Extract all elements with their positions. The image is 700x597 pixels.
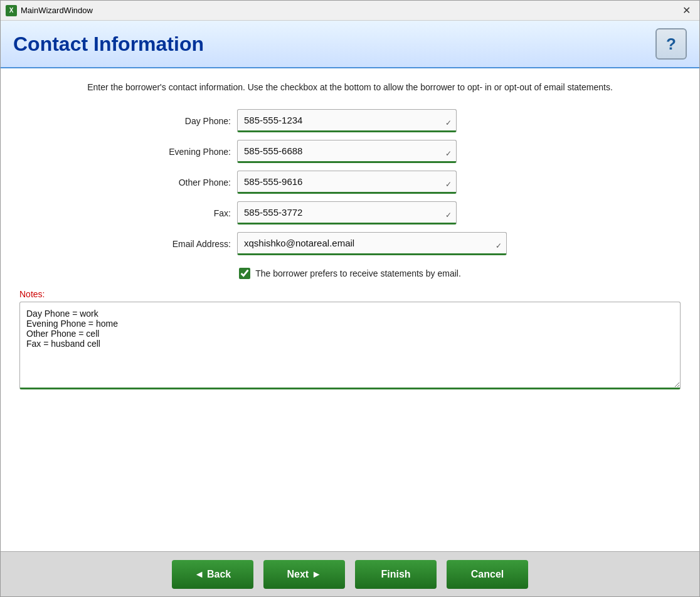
notes-section: Notes: Day Phone = work Evening Phone = … (19, 289, 681, 392)
checkbox-row: The borrower prefers to receive statemen… (239, 268, 461, 279)
page-title: Contact Information (13, 33, 204, 56)
form-area: Day Phone: ✓ Evening Phone: ✓ Other Phon… (19, 109, 681, 279)
fax-arrow-icon: ✓ (445, 211, 452, 219)
finish-button[interactable]: Finish (355, 560, 437, 589)
other-phone-row: Other Phone: ✓ (130, 171, 570, 194)
email-wrapper: ✓ (237, 232, 507, 255)
main-window: X MainWizardWindow ✕ Contact Information… (0, 0, 700, 597)
title-bar: X MainWizardWindow ✕ (1, 1, 699, 21)
back-label: ◄ Back (194, 569, 231, 580)
help-button[interactable]: ? (655, 28, 687, 60)
evening-phone-wrapper: ✓ (237, 140, 457, 163)
other-phone-input[interactable] (237, 171, 457, 194)
cancel-label: Cancel (471, 569, 504, 580)
notes-label: Notes: (19, 289, 681, 299)
day-phone-row: Day Phone: ✓ (130, 109, 570, 132)
help-icon: ? (666, 34, 676, 54)
description-text: Enter the borrower's contact information… (19, 81, 681, 94)
app-icon: X (6, 5, 17, 16)
notes-textarea[interactable]: Day Phone = work Evening Phone = home Ot… (19, 302, 681, 389)
email-arrow-icon: ✓ (496, 241, 502, 250)
fax-input[interactable] (237, 201, 457, 225)
cancel-button[interactable]: Cancel (447, 560, 528, 589)
finish-label: Finish (381, 569, 410, 580)
window-title: MainWizardWindow (21, 6, 678, 15)
content-area: Enter the borrower's contact information… (1, 68, 699, 551)
other-phone-label: Other Phone: (130, 177, 231, 188)
day-phone-input[interactable] (237, 109, 457, 132)
next-label: Next ► (287, 569, 322, 580)
email-input[interactable] (237, 232, 507, 255)
day-phone-label: Day Phone: (130, 116, 231, 126)
email-row: Email Address: ✓ (130, 232, 570, 255)
day-phone-arrow-icon: ✓ (445, 119, 452, 127)
email-preference-label[interactable]: The borrower prefers to receive statemen… (255, 268, 461, 278)
evening-phone-label: Evening Phone: (130, 147, 231, 157)
footer: ◄ Back Next ► Finish Cancel (1, 551, 699, 596)
day-phone-wrapper: ✓ (237, 109, 457, 132)
next-button[interactable]: Next ► (263, 560, 345, 589)
other-phone-wrapper: ✓ (237, 171, 457, 194)
back-button[interactable]: ◄ Back (172, 560, 253, 589)
email-preference-checkbox[interactable] (239, 268, 250, 279)
fax-wrapper: ✓ (237, 201, 457, 225)
evening-phone-input[interactable] (237, 140, 457, 163)
email-label: Email Address: (130, 239, 231, 249)
fax-row: Fax: ✓ (130, 201, 570, 225)
fax-label: Fax: (130, 208, 231, 218)
close-button[interactable]: ✕ (678, 3, 694, 19)
header-bar: Contact Information ? (1, 21, 699, 68)
evening-phone-row: Evening Phone: ✓ (130, 140, 570, 163)
evening-phone-arrow-icon: ✓ (445, 149, 452, 158)
other-phone-arrow-icon: ✓ (445, 180, 452, 189)
